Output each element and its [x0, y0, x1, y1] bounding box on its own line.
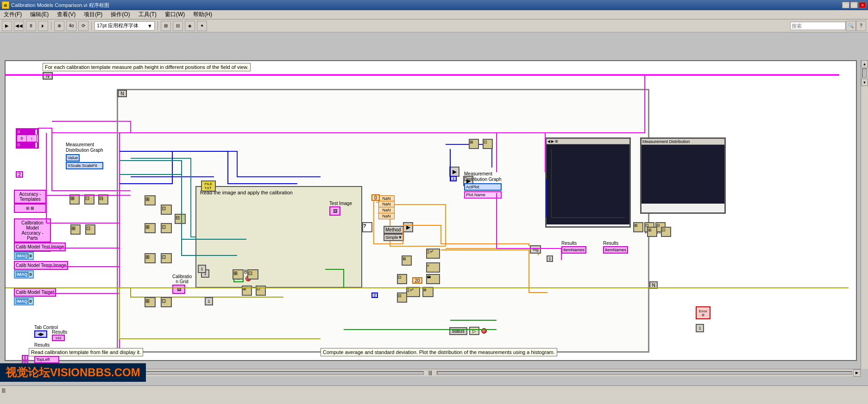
status-control[interactable]: status ▷ [449, 327, 487, 335]
node-mid-1: ⊞ [145, 195, 156, 205]
calib-model-test-image[interactable]: Calib Model Test Image IMAQ 0 [14, 242, 66, 260]
meas-dist-graph-1: Measurement Distribution Graph Value XSc… [66, 142, 103, 169]
value-terminal: Value [66, 154, 80, 162]
status-led [481, 328, 487, 334]
menu-file[interactable]: 文件(F) [2, 10, 24, 19]
scroll-up-btn[interactable]: ▲ [861, 60, 868, 68]
stat-node-5: ⊞ [422, 287, 434, 297]
test-image-control[interactable]: Test Image 🖼 [329, 201, 352, 216]
question-node: ? [362, 222, 372, 232]
menu-window[interactable]: 窗口(W) [163, 10, 187, 19]
toolbar: ▶ ◀◀ ⏸ ⏵ ⊕ 4o ⟳ 17pt 应用程序字体 ▼ ⊞ ⊟ ◈ ✦ 🔍 … [0, 19, 868, 32]
annotation-bottom-left: Read calibration template from file and … [29, 348, 143, 356]
format-node: %g [530, 245, 541, 254]
toolbar-pause[interactable]: ⏸ [26, 21, 36, 31]
minimize-button[interactable]: − [842, 2, 849, 8]
stat-node-4: ∑σ² [406, 287, 420, 297]
node-mid-11: ⊡ [247, 269, 258, 280]
menu-operate[interactable]: 操作(O) [109, 10, 132, 19]
node-mid-9: ⊡ [161, 297, 172, 307]
node-mid-10: ⊞ [233, 269, 244, 280]
toolbar-extra[interactable]: ✦ [197, 21, 207, 31]
toolbar-color[interactable]: ◈ [185, 21, 195, 31]
menu-tools[interactable]: 工具(T) [137, 10, 158, 19]
method-control[interactable]: Method Simple▼ [384, 226, 404, 241]
scroll-track-h2[interactable] [437, 371, 852, 375]
plotname-terminal: Plot.Name [464, 191, 502, 199]
diagram-inner: For each calibration template measure pa… [5, 60, 857, 361]
n-node-loop: N [118, 90, 127, 97]
n-node-bottom-right: N [649, 281, 658, 289]
diagram-canvas[interactable]: For each calibration template measure pa… [0, 32, 868, 385]
extra-node-7: ⊟ [397, 292, 407, 303]
node-mid-8: ⊞ [145, 297, 156, 307]
close-button[interactable]: ✕ [859, 2, 866, 8]
menu-project[interactable]: 项目(P) [82, 10, 104, 19]
results-left[interactable]: Results 192 [52, 329, 67, 341]
extra-node-4: ⊡ [256, 286, 266, 296]
menu-help[interactable]: 帮助(H) [191, 10, 214, 19]
stat-node-2: σ [426, 262, 440, 273]
font-dropdown-label: 17pt 应用程序字体 [97, 22, 138, 29]
toolbar-align[interactable]: ⊞ [161, 21, 171, 31]
status-text: ||| [2, 388, 6, 393]
xscale-terminal: XScale.ScaleFit [66, 162, 103, 169]
results-right-1: Results ItemNames [561, 241, 586, 254]
node-1-loop: 1 [198, 265, 206, 273]
search-input[interactable] [790, 22, 846, 30]
toolbar-btn1[interactable]: ⏵ [38, 21, 48, 31]
node-cal-1: ⊞ [70, 224, 81, 235]
extra-node-6: ⊡ [397, 274, 407, 284]
annotation-bottom-right: Compute average and standard deviation. … [321, 348, 557, 356]
help-button[interactable]: ? [856, 21, 866, 31]
n-node-top: N [43, 72, 53, 80]
accuracy-templates-control[interactable]: Accuracy - Templates ⊞ ⊠ [14, 190, 46, 213]
extra-node-8: ⊞ [647, 227, 657, 237]
actplot-terminal: ActPlot [464, 183, 502, 191]
meas-dist-large-graph: Measurement Distribution [640, 137, 726, 214]
search-button[interactable]: 🔍 [846, 21, 856, 31]
file-node: FILETXT [201, 180, 216, 192]
error-terminal: Error ⊞ [696, 306, 711, 319]
arrow-node-2: ▶ [449, 167, 459, 177]
stat-node-1: ∑σ² [426, 249, 440, 259]
scroll-down-btn[interactable]: ▼ [861, 79, 868, 86]
calibration-grid[interactable]: Calibratio n Grid 🖼 [172, 274, 192, 294]
calib-nodel-temp-image[interactable]: Calib Nodel Temp Image IMAQ 0 [14, 261, 68, 279]
app-icon: ▦ [2, 1, 9, 9]
search-area: 🔍 ? [790, 21, 866, 31]
menu-bar: 文件(F) 编辑(E) 查看(V) 项目(P) 操作(O) 工具(T) 窗口(W… [0, 10, 868, 19]
num-20: 20 [412, 277, 422, 284]
toolbar-btn2[interactable]: ⊕ [54, 21, 64, 31]
toolbar-sep1 [51, 21, 51, 31]
node-cal-2: ⊡ [85, 224, 95, 235]
font-dropdown[interactable]: 17pt 应用程序字体 ▼ [94, 21, 155, 31]
scroll-thumb-v[interactable] [862, 68, 867, 78]
scroll-label: ||| [425, 370, 436, 375]
arrow-node-1: ▶ [403, 222, 413, 232]
toolbar-stop[interactable]: ◀◀ [14, 21, 24, 31]
toolbar-dist[interactable]: ⊟ [173, 21, 183, 31]
maximize-button[interactable]: □ [850, 2, 858, 8]
toolbar-btn4[interactable]: ⟳ [78, 21, 88, 31]
toolbar-btn3[interactable]: 4o [66, 21, 76, 31]
status-bar: ||| [0, 385, 868, 395]
calib-model-target[interactable]: Calib Model Target IMAQ 0 [14, 288, 56, 305]
node-mid-3: ⊟ [175, 214, 186, 224]
numeric-2: 2 [16, 171, 23, 178]
toolbar-run[interactable]: ▶ [2, 21, 12, 31]
menu-view[interactable]: 查看(V) [55, 10, 77, 19]
large-graph-area: ◀▶⊞ [545, 137, 631, 228]
node-1-bottom-right: 1 [696, 324, 704, 332]
numeric-control-0[interactable]: 0▐ 0 ↕ 0▐ [16, 128, 39, 149]
node-1-outer: 1 [205, 297, 213, 305]
vertical-scrollbar[interactable]: ▲ ▼ [861, 60, 868, 369]
results-right-2: Results ItemNames [603, 241, 628, 254]
node-acc-1: ⊞ [69, 194, 80, 205]
title-bar: ▦ Calibration Models Comparison.vi 程序框图 … [0, 0, 868, 10]
window-title: Calibration Models Comparison.vi 程序框图 [11, 2, 109, 9]
annotation-top: For each calibration template measure pa… [43, 63, 251, 71]
menu-edit[interactable]: 编辑(E) [28, 10, 50, 19]
scroll-right-btn[interactable]: ▶ [853, 369, 861, 377]
window-controls: − □ ✕ [842, 2, 866, 8]
